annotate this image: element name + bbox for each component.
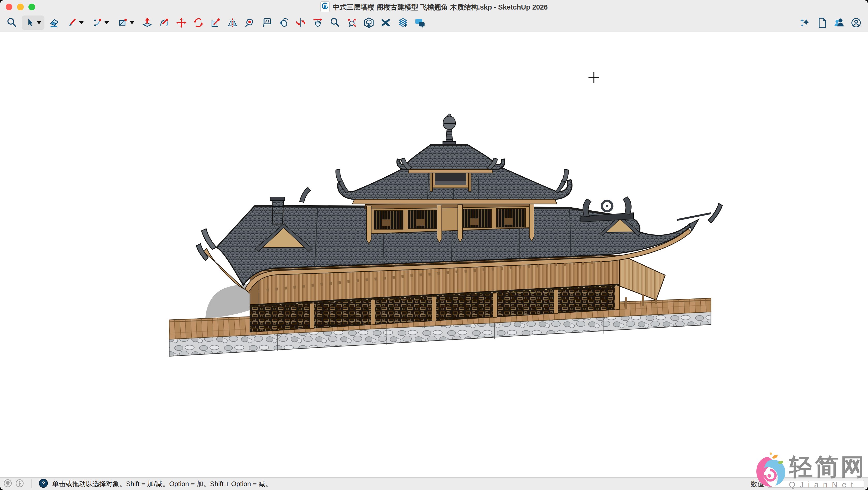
model-chinese-pavilion[interactable] <box>0 32 868 477</box>
zoom-extents-tool-icon[interactable] <box>345 15 359 30</box>
viewport-canvas[interactable] <box>0 32 868 477</box>
crosshair-cursor <box>588 72 599 83</box>
svg-text:A1: A1 <box>265 20 270 24</box>
collaborate-icon[interactable] <box>832 15 846 30</box>
left-eave-horn <box>202 229 216 250</box>
paint-bucket-tool-icon[interactable] <box>276 15 291 30</box>
geolocation-icon[interactable] <box>4 479 12 488</box>
text-tool-icon[interactable]: A1 <box>259 15 274 30</box>
eraser-tool-icon[interactable] <box>47 15 61 30</box>
statusbar-divider <box>31 480 32 488</box>
toolbar: A1 <box>0 14 868 32</box>
person-scale-icon[interactable] <box>16 479 24 488</box>
move-tool-icon[interactable] <box>174 15 189 30</box>
pavilion-model[interactable] <box>169 114 722 356</box>
minimize-button[interactable] <box>17 4 24 10</box>
measurements-label: 数值 <box>751 480 764 488</box>
traffic-lights <box>6 4 35 10</box>
arc-dropdown-caret[interactable] <box>104 21 109 24</box>
orbit-tool-icon[interactable] <box>293 15 308 30</box>
close-button[interactable] <box>6 4 12 10</box>
svg-text:?: ? <box>41 480 45 487</box>
3d-warehouse-icon[interactable] <box>362 15 376 30</box>
trimble-connect-icon[interactable] <box>379 15 393 30</box>
line-tool-icon[interactable] <box>64 15 87 30</box>
zoom-window-button[interactable] <box>28 4 35 10</box>
rotate-tool-icon[interactable] <box>191 15 206 30</box>
statusbar: ? 单击或拖动以选择对象。Shift = 加/减。Option = 加。Shif… <box>0 477 868 490</box>
line-dropdown-caret[interactable] <box>79 21 84 24</box>
select-tool-icon[interactable] <box>22 15 44 30</box>
titlebar: 中式三层塔楼 阁楼古建模型 飞檐翘角 木质结构.skp - SketchUp 2… <box>0 0 868 14</box>
account-icon[interactable] <box>849 15 863 30</box>
push-pull-tool-icon[interactable] <box>140 15 154 30</box>
roof-finial <box>443 114 456 145</box>
flip-tool-icon[interactable] <box>225 15 240 30</box>
right-apron-wall <box>619 255 665 300</box>
ai-assistant-icon[interactable] <box>798 15 812 30</box>
tape-measure-tool-icon[interactable] <box>242 15 257 30</box>
chat-icon[interactable] <box>413 15 427 30</box>
new-file-icon[interactable] <box>815 15 829 30</box>
arc-tool-icon[interactable] <box>89 15 112 30</box>
send-to-layout-icon[interactable] <box>396 15 410 30</box>
measurements-input[interactable] <box>768 480 864 488</box>
pan-tool-icon[interactable] <box>311 15 325 30</box>
roof-chimney <box>272 200 283 224</box>
shapes-dropdown-caret[interactable] <box>130 21 134 24</box>
status-hint: 单击或拖动以选择对象。Shift = 加/减。Option = 加。Shift … <box>52 480 272 488</box>
right-eave-horn <box>689 220 699 231</box>
follow-me-tool-icon[interactable] <box>157 15 172 30</box>
zoom-tool-icon[interactable] <box>328 15 342 30</box>
help-icon[interactable]: ? <box>39 479 48 489</box>
shapes-tool-icon[interactable] <box>115 15 137 30</box>
search-tool-icon[interactable] <box>5 15 19 30</box>
sketchup-file-icon <box>320 1 330 13</box>
scale-tool-icon[interactable] <box>208 15 223 30</box>
window-title: 中式三层塔楼 阁楼古建模型 飞檐翘角 木质结构.skp - SketchUp 2… <box>333 3 548 12</box>
select-dropdown-caret[interactable] <box>37 21 41 24</box>
sketchup-window: 中式三层塔楼 阁楼古建模型 飞檐翘角 木质结构.skp - SketchUp 2… <box>0 0 868 490</box>
ridge-ornaments <box>581 197 633 222</box>
